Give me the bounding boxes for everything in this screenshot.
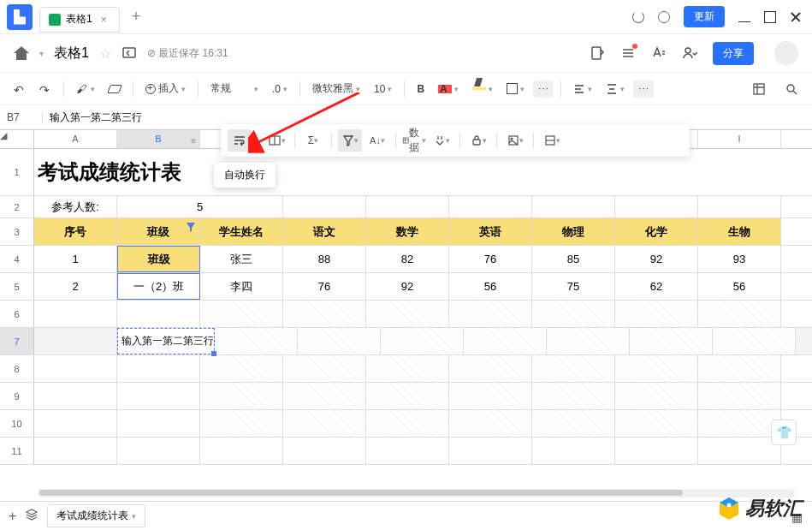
col-B[interactable]: B≡ <box>117 130 200 148</box>
row-header[interactable]: 6 <box>0 301 34 327</box>
maximize-button[interactable] <box>764 11 776 23</box>
format-painter-button[interactable]: ▾ <box>71 80 100 98</box>
fill-color-button[interactable]: ▾ <box>467 81 498 97</box>
table-row: 6 <box>0 301 812 328</box>
align-h-button[interactable]: ▾ <box>568 80 597 98</box>
col-menu-icon: ≡ <box>191 133 196 150</box>
redo-button[interactable] <box>34 80 56 98</box>
table-row: 9 <box>0 383 812 410</box>
table-row: 2 参考人数: 5 <box>0 196 812 218</box>
sheet-tab[interactable]: 考试成绩统计表 ▾ <box>47 504 145 527</box>
document-name[interactable]: 表格1 <box>54 45 89 63</box>
collab-icon[interactable] <box>682 45 697 61</box>
number-format-select[interactable]: 常规▾ <box>205 78 264 99</box>
history-icon[interactable] <box>590 45 605 61</box>
update-button[interactable]: 更新 <box>684 6 725 27</box>
validation-button[interactable]: ▾ <box>430 129 453 152</box>
table-row: 4 1 班级 张三 88 82 76 85 92 93 <box>0 246 812 273</box>
table-row: 10 <box>0 410 812 438</box>
document-tab[interactable]: 表格1 × <box>39 7 120 33</box>
svg-rect-1 <box>592 47 601 59</box>
menu-icon[interactable] <box>620 45 636 61</box>
row-header[interactable]: 3 <box>0 218 34 245</box>
share-button[interactable]: 分享 <box>713 42 754 65</box>
sheet-bar: + 考试成绩统计表 ▾ <box>0 501 812 530</box>
chevron-down-icon[interactable]: ▾ <box>39 49 44 58</box>
overflow-toolbar: ▾ Σ▾ ▾ A↓▾ 数据▾ ▾ ▾ ▾ ▾ <box>221 124 690 157</box>
avatar[interactable] <box>774 41 798 65</box>
table-row: 3 序号 班级 学生姓名 语文 数学 英语 物理 化学 生物 <box>0 218 812 246</box>
tab-label: 表格1 <box>66 12 92 27</box>
more-align-button[interactable]: ··· <box>633 80 654 98</box>
row-header[interactable]: 9 <box>0 383 34 409</box>
search-button[interactable] <box>779 79 803 99</box>
sheets-list-button[interactable] <box>25 508 39 524</box>
select-all-corner[interactable]: ◢ <box>0 130 34 148</box>
formula-input[interactable] <box>43 111 812 123</box>
bold-button[interactable]: B <box>412 80 430 98</box>
merge-button[interactable]: ▾ <box>264 129 288 152</box>
save-status: ⊘ 最近保存 16:31 <box>147 46 228 61</box>
refresh-icon[interactable] <box>632 11 644 23</box>
wrap-tooltip: 自动换行 <box>214 163 276 188</box>
shortcut-icon[interactable] <box>122 45 137 61</box>
wrap-text-button[interactable] <box>228 129 252 152</box>
document-header: ▾ 表格1 ☆ ⊘ 最近保存 16:31 分享 <box>0 34 812 72</box>
add-sheet-button[interactable]: + <box>9 509 16 524</box>
sheet-icon <box>49 14 61 26</box>
more-format-button[interactable]: ··· <box>533 80 554 98</box>
filter-button[interactable]: ▾ <box>338 129 362 152</box>
watermark: 易软汇 <box>718 496 802 521</box>
font-color-button[interactable]: ▾ <box>433 81 464 97</box>
horizontal-scrollbar[interactable] <box>38 489 795 497</box>
close-tab-button[interactable]: × <box>98 14 110 26</box>
borders-button[interactable]: ▾ <box>501 80 530 98</box>
insert-button[interactable]: 插入▾ <box>140 78 191 99</box>
rowcol-button[interactable]: ▾ <box>540 129 564 152</box>
font-size-select[interactable]: 10▾ <box>369 80 397 98</box>
new-tab-button[interactable]: + <box>125 8 148 26</box>
svg-rect-6 <box>403 138 408 143</box>
sort-button[interactable]: A↓▾ <box>365 129 389 152</box>
col-A[interactable]: A <box>34 130 117 148</box>
minimize-button[interactable] <box>738 21 750 22</box>
lock-button[interactable]: ▾ <box>466 129 490 152</box>
svg-point-4 <box>787 85 794 92</box>
close-window-button[interactable] <box>790 11 802 23</box>
data-button[interactable]: 数据▾ <box>402 129 426 152</box>
row-header[interactable]: 4 <box>0 246 34 272</box>
freeze-button[interactable] <box>747 79 771 99</box>
function-button[interactable]: Σ▾ <box>301 129 325 152</box>
filter-icon <box>185 221 197 233</box>
clear-format-button[interactable] <box>104 81 126 97</box>
theme-button[interactable]: 👕 <box>771 420 797 445</box>
table-row: 11 <box>0 438 812 465</box>
image-button[interactable]: ▾ <box>503 129 527 152</box>
font-select[interactable]: 微软雅黑▾ <box>307 78 365 99</box>
undo-button[interactable] <box>9 80 31 98</box>
decimals-button[interactable]: .0▾ <box>267 80 293 98</box>
title-bar: 表格1 × + 更新 <box>0 0 812 34</box>
editing-cell[interactable]: 输入第一第二第三行 <box>117 328 215 354</box>
row-header[interactable]: 1 <box>0 149 34 195</box>
svg-point-2 <box>685 48 690 53</box>
app-logo-icon[interactable] <box>7 4 33 30</box>
home-icon[interactable] <box>14 46 29 60</box>
table-row: 8 <box>0 355 812 383</box>
cell-reference[interactable]: B7 <box>0 111 43 123</box>
settings-icon[interactable] <box>658 11 670 23</box>
star-icon[interactable]: ☆ <box>99 45 111 62</box>
row-header[interactable]: 7 <box>0 328 34 354</box>
text-style-icon[interactable] <box>651 45 667 61</box>
row-header[interactable]: 2 <box>0 196 34 217</box>
row-header[interactable]: 11 <box>0 438 34 464</box>
svg-point-12 <box>727 503 732 508</box>
table-row: 5 2 一（2）班 李四 76 92 56 75 62 56 <box>0 273 812 301</box>
svg-rect-7 <box>473 140 480 145</box>
row-header[interactable]: 8 <box>0 355 34 382</box>
spreadsheet-grid[interactable]: ◢ A B≡ C D E F G H I 1 考试成绩统计表 2 参考人数: 5… <box>0 130 812 465</box>
col-I[interactable]: I <box>698 130 781 148</box>
row-header[interactable]: 5 <box>0 273 34 300</box>
row-header[interactable]: 10 <box>0 410 34 437</box>
align-v-button[interactable]: ▾ <box>601 80 630 98</box>
